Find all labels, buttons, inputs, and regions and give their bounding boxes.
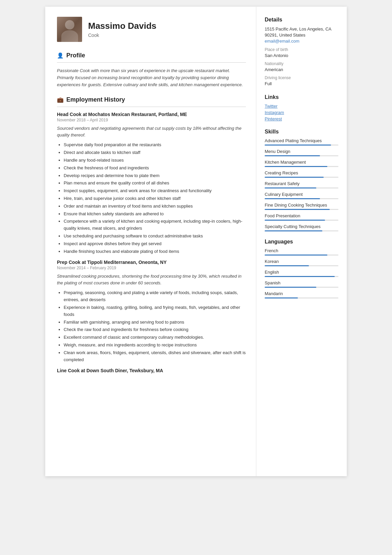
details-nationality-label: Nationality	[265, 61, 338, 66]
lang-bar-bg-3	[265, 276, 338, 277]
job-summary-1: Sourced vendors and negotiating agreemen…	[57, 125, 246, 138]
skills-section: Skills Advanced Plating Techniques Menu …	[265, 129, 338, 231]
profile-section: 👤 Profile Passionate Cook with more than…	[57, 52, 246, 88]
skill-name-2: Menu Design	[265, 149, 338, 154]
bullet-item: Check the raw food and ingredients for f…	[64, 326, 246, 333]
details-section-title: Details	[265, 17, 338, 23]
skill-name-9: Specialty Cutting Techniques	[265, 224, 338, 229]
resume-container: Massimo Davids Cook 👤 Profile Passionate…	[45, 7, 347, 476]
skill-item-9: Specialty Cutting Techniques	[265, 224, 338, 231]
header-text: Massimo Davids Cook	[88, 21, 156, 38]
skill-bar-fill-1	[265, 145, 331, 146]
links-section: Links Twitter Instagram Pinterest	[265, 94, 338, 121]
details-pob-label: Place of birth	[265, 47, 338, 52]
lang-bar-fill-2	[265, 265, 309, 266]
profile-divider	[57, 62, 246, 63]
skill-item-6: Culinary Equipment	[265, 192, 338, 199]
skill-name-7: Fine Dining Cooking Techniques	[265, 203, 338, 208]
bullet-item: Inspect and approve dishes before they g…	[64, 240, 246, 247]
skill-name-6: Culinary Equipment	[265, 192, 338, 197]
job-summary-2: Streamlined cooking procedures, shorteni…	[57, 273, 246, 286]
skill-bar-bg-6	[265, 198, 338, 199]
profile-section-title: 👤 Profile	[57, 52, 246, 59]
skill-bar-fill-6	[265, 198, 320, 199]
bullet-item: Handle any food-related issues	[64, 157, 246, 164]
lang-name-1: French	[265, 248, 338, 253]
skill-bar-fill-8	[265, 220, 325, 221]
job-title-3: Line Cook at Down South Diner, Tewksbury…	[57, 368, 246, 373]
job-entry-1: Head Cook at Mochatos Mexican Restaurant…	[57, 112, 246, 255]
skill-item-3: Kitchen Management	[265, 160, 338, 167]
skill-bar-bg-4	[265, 177, 338, 178]
bullet-item: Supervise daily food preparation at the …	[64, 142, 246, 149]
profile-text: Passionate Cook with more than six years…	[57, 67, 246, 88]
lang-item-5: Mandarin	[265, 291, 338, 298]
lang-item-1: French	[265, 248, 338, 256]
job-bullets-2: Preparing, seasoning, cooking and platin…	[57, 289, 246, 363]
bullet-item: Experience in baking, roasting, grilling…	[64, 304, 246, 318]
lang-bar-fill-1	[265, 255, 327, 256]
skill-name-4: Creating Recipes	[265, 170, 338, 175]
skill-item-8: Food Presentation	[265, 213, 338, 221]
job-entry-3: Line Cook at Down South Diner, Tewksbury…	[57, 368, 246, 373]
link-pinterest[interactable]: Pinterest	[265, 116, 338, 121]
candidate-subtitle: Cook	[88, 33, 156, 38]
bullet-item: Direct and allocate tasks to kitchen sta…	[64, 149, 246, 156]
details-email[interactable]: email@email.com	[265, 38, 338, 44]
lang-name-2: Korean	[265, 259, 338, 264]
bullet-item: Weigh, measure, and mix ingredients acco…	[64, 342, 246, 349]
skill-item-1: Advanced Plating Techniques	[265, 138, 338, 146]
right-column: Details 1515 Pacific Ave, Los Angeles, C…	[256, 7, 347, 476]
details-drivinglicense-value: Full	[265, 81, 338, 87]
bullet-item: Plan menus and ensure the quality contro…	[64, 180, 246, 187]
skill-item-4: Creating Recipes	[265, 170, 338, 178]
details-drivinglicense-label: Driving license	[265, 75, 338, 80]
skill-bar-bg-1	[265, 145, 338, 146]
bullet-item: Order and maintain an inventory of food …	[64, 203, 246, 210]
skill-bar-fill-2	[265, 155, 320, 156]
lang-name-4: Spanish	[265, 280, 338, 285]
job-dates-2: November 2014 – February 2019	[57, 266, 246, 270]
skill-name-5: Restaurant Safety	[265, 181, 338, 186]
candidate-name: Massimo Davids	[88, 21, 156, 31]
skill-bar-bg-8	[265, 220, 338, 221]
lang-bar-bg-5	[265, 297, 338, 298]
skill-bar-bg-5	[265, 187, 338, 188]
lang-bar-bg-4	[265, 287, 338, 288]
avatar	[57, 17, 82, 42]
lang-bar-fill-5	[265, 297, 298, 298]
bullet-item: Use scheduling and purchasing software t…	[64, 233, 246, 240]
details-pob-value: San Antonio	[265, 53, 338, 59]
bullet-item: Clean work areas, floors, fridges, equip…	[64, 349, 246, 364]
bullet-item: Preparing, seasoning, cooking and platin…	[64, 289, 246, 303]
languages-section-title: Languages	[265, 239, 338, 245]
bullet-item: Handle finishing touches and elaborate p…	[64, 248, 246, 255]
skill-name-8: Food Presentation	[265, 213, 338, 218]
skill-name-1: Advanced Plating Techniques	[265, 138, 338, 143]
details-nationality-value: American	[265, 67, 338, 73]
skill-bar-fill-5	[265, 187, 316, 188]
bullet-item: Check the freshness of food and ingredie…	[64, 165, 246, 172]
lang-bar-bg-1	[265, 255, 338, 256]
job-title-1: Head Cook at Mochatos Mexican Restaurant…	[57, 112, 246, 117]
employment-section-title: 💼 Employment History	[57, 96, 246, 103]
job-title-2: Prep Cook at Tippoli Mediterranean, Oneo…	[57, 260, 246, 265]
skill-bar-fill-7	[265, 209, 330, 210]
link-twitter[interactable]: Twitter	[265, 104, 338, 109]
skill-item-5: Restaurant Safety	[265, 181, 338, 188]
job-entry-2: Prep Cook at Tippoli Mediterranean, Oneo…	[57, 260, 246, 363]
details-section: Details 1515 Pacific Ave, Los Angeles, C…	[265, 17, 338, 87]
link-instagram[interactable]: Instagram	[265, 110, 338, 115]
skills-section-title: Skills	[265, 129, 338, 135]
lang-item-3: English	[265, 270, 338, 277]
lang-bar-fill-3	[265, 276, 335, 277]
links-list: Twitter Instagram Pinterest	[265, 104, 338, 121]
bullet-item: Ensure that kitchen safety standards are…	[64, 211, 246, 218]
job-dates-1: November 2018 – April 2019	[57, 118, 246, 122]
skill-bar-bg-2	[265, 155, 338, 156]
links-section-title: Links	[265, 94, 338, 100]
lang-bar-bg-2	[265, 265, 338, 266]
skill-bar-bg-9	[265, 230, 338, 231]
bullet-item: Competence with a variety of kitchen and…	[64, 218, 246, 232]
skill-item-2: Menu Design	[265, 149, 338, 156]
